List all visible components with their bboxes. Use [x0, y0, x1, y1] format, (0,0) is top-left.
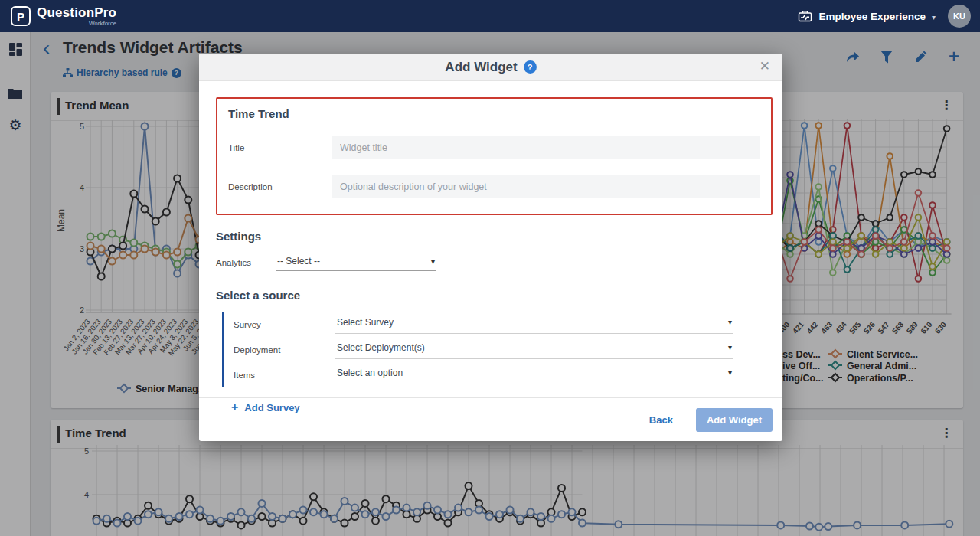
settings-heading: Settings	[216, 230, 766, 243]
back-button[interactable]: Back	[649, 414, 673, 426]
widget-type-heading: Time Trend	[228, 107, 760, 120]
survey-select[interactable]: Select Survey ▾	[335, 315, 733, 334]
deployment-select-value: Select Deployment(s)	[337, 342, 425, 353]
brand: QuestionPro Workforce	[37, 6, 116, 27]
close-icon[interactable]: ✕	[760, 58, 770, 74]
add-widget-modal: Add Widget ? ✕ Time Trend Title Descript…	[199, 54, 782, 441]
widget-title-input[interactable]	[332, 136, 760, 159]
modal-header: Add Widget ? ✕	[199, 54, 782, 81]
chevron-down-icon[interactable]: ▾	[932, 13, 936, 21]
widget-info-section: Time Trend Title Description	[216, 97, 773, 215]
source-heading: Select a source	[216, 289, 766, 302]
chevron-down-icon: ▾	[431, 257, 435, 266]
description-label: Description	[228, 182, 332, 191]
analytics-label: Analytics	[216, 258, 276, 267]
brand-name: QuestionPro	[37, 6, 116, 19]
chevron-down-icon: ▾	[728, 368, 732, 377]
app-header: P QuestionPro Workforce Employee Experie…	[0, 0, 980, 32]
widget-description-input[interactable]	[332, 175, 760, 198]
title-label: Title	[228, 143, 332, 152]
survey-select-value: Select Survey	[337, 317, 394, 328]
brand-subtitle: Workforce	[37, 21, 116, 27]
help-icon[interactable]: ?	[524, 60, 537, 74]
survey-label: Survey	[234, 320, 335, 329]
items-label: Items	[234, 371, 335, 380]
add-widget-submit-button[interactable]: Add Widget	[696, 408, 773, 432]
deployment-select[interactable]: Select Deployment(s) ▾	[335, 341, 733, 359]
modal-title: Add Widget	[445, 60, 517, 75]
items-select-value: Select an option	[337, 368, 403, 378]
questionpro-logo-icon[interactable]: P	[11, 6, 31, 26]
chevron-down-icon: ▾	[728, 343, 732, 351]
modal-footer: Back Add Widget	[199, 397, 782, 441]
analytics-select[interactable]: -- Select -- ▾	[276, 254, 436, 271]
deployment-label: Deployment	[234, 345, 335, 355]
analytics-select-value: -- Select --	[277, 256, 320, 266]
items-select[interactable]: Select an option ▾	[335, 366, 733, 384]
workspace-icon	[797, 8, 812, 24]
avatar[interactable]: KU	[948, 5, 971, 28]
source-group: Survey Select Survey ▾ Deployment Select…	[222, 312, 766, 387]
chevron-down-icon: ▾	[728, 318, 732, 326]
workspace-selector[interactable]: Employee Experience	[818, 11, 926, 22]
